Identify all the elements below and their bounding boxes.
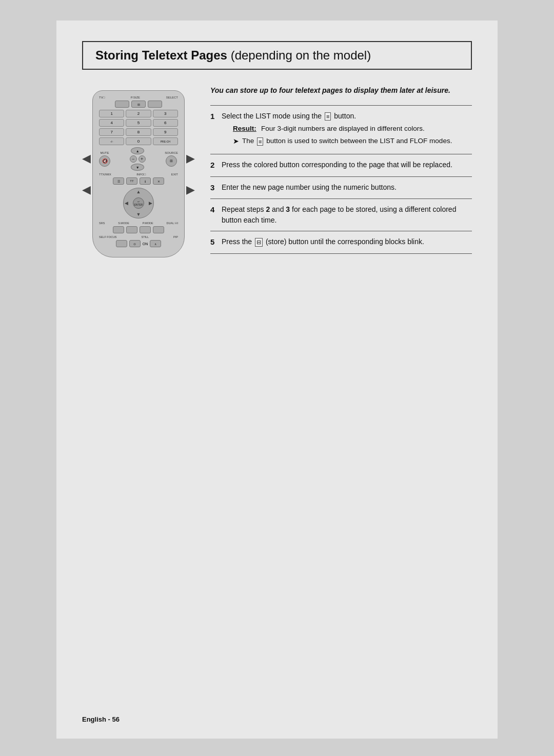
left-arrow-bottom: ◀	[82, 183, 91, 196]
vol-ch-controls: ▲ − + ▼	[130, 147, 146, 171]
left-arrows: ◀ ◀	[82, 152, 91, 196]
self-focus-btn[interactable]	[116, 240, 127, 247]
dpad-right-arrow[interactable]: ▶	[149, 201, 152, 206]
footer-text: English - 56	[82, 715, 120, 723]
step-5-content: Press the ⊟ (store) button until the cor…	[222, 236, 472, 247]
remote-wrapper: ◀ ◀ ▶ ▶ TV□ P.SIZE SELECT	[92, 90, 185, 257]
dpad-up-arrow[interactable]: ▲	[136, 189, 141, 194]
vol-down-btn[interactable]: −	[130, 155, 137, 163]
result-label: Result:	[233, 124, 261, 134]
middle-controls: MUTE 🔇 ▲ − + ▼	[99, 147, 178, 171]
sub-text: The ≡ button is used to switch between t…	[242, 136, 452, 146]
srs-btn[interactable]	[113, 226, 124, 233]
result-text: Four 3-digit numbers are displayed in di…	[261, 124, 472, 134]
left-panel: ◀ ◀ ▶ ▶ TV□ P.SIZE SELECT	[82, 85, 195, 263]
step-2-content: Press the colored button corresponding t…	[222, 160, 472, 170]
mute-btn[interactable]: 🔇	[99, 155, 110, 167]
dpad-left-arrow[interactable]: ◀	[125, 201, 128, 206]
remote-container: ◀ ◀ ▶ ▶ TV□ P.SIZE SELECT	[82, 85, 195, 263]
ch-up-btn[interactable]: ▲	[131, 147, 144, 154]
page-footer: English - 56	[82, 715, 120, 723]
page-title-box: Storing Teletext Pages (depending on the…	[82, 41, 472, 70]
s-mode-label: S.MODE	[118, 222, 129, 225]
function-btn-row: ☰ TT ℹ ✕	[99, 177, 178, 185]
remote-top-labels: TV□ P.SIZE SELECT	[99, 96, 178, 99]
step-2-num: 2	[210, 160, 222, 171]
select-btn[interactable]	[148, 101, 162, 108]
self-focus-label: SELF FOCUS	[99, 235, 117, 238]
step-4-num: 4	[210, 204, 222, 216]
list-icon: ≡	[325, 112, 331, 121]
p-size-btn[interactable]: ⊞	[131, 101, 146, 108]
divider-3	[210, 176, 472, 177]
nav-area: ▲ ▼ ◀ ▶ ↩ ENTER	[99, 188, 178, 218]
source-btn[interactable]: ⊞	[166, 155, 177, 167]
num-6[interactable]: 6	[153, 119, 178, 127]
sound-btn-row	[99, 226, 178, 233]
pip-btn-row: ⊙ ON ∧	[99, 240, 178, 247]
store-icon: ⊟	[255, 238, 263, 246]
source-label: SOURCE	[165, 151, 178, 154]
info-btn[interactable]: ℹ	[140, 177, 151, 185]
num-3[interactable]: 3	[153, 110, 178, 117]
step-3: 3 Enter the new page number using the nu…	[210, 182, 472, 194]
divider-1	[210, 105, 472, 106]
right-arrow-bottom: ▶	[186, 183, 195, 196]
num-7[interactable]: 7	[99, 128, 124, 136]
number-grid: 1 2 3 4 5 6 7 8 9 -/- 0 PRE-CH	[99, 110, 178, 145]
step-2-text: Press the colored button corresponding t…	[222, 161, 452, 169]
num-5[interactable]: 5	[126, 119, 151, 127]
num-9[interactable]: 9	[153, 128, 178, 136]
step-5-num: 5	[210, 236, 222, 248]
arrow-icon: ➤	[233, 136, 239, 147]
p-mode-btn[interactable]	[140, 226, 151, 233]
num-dash[interactable]: -/-	[99, 137, 124, 145]
dual-btn[interactable]	[153, 226, 164, 233]
info-label: INFO□	[136, 173, 146, 176]
pip-btn[interactable]: ∧	[150, 240, 161, 247]
sub-list-icon: ≡	[257, 137, 263, 146]
srs-label: SRS	[99, 222, 105, 225]
step-3-text: Enter the new page number using the nume…	[222, 183, 397, 191]
step-5: 5 Press the ⊟ (store) button until the c…	[210, 236, 472, 248]
s-mode-btn[interactable]	[126, 226, 137, 233]
step-1-num: 1	[210, 111, 222, 123]
num-4[interactable]: 4	[99, 119, 124, 127]
right-panel: You can store up to four teletext pages …	[210, 85, 472, 263]
step-4: 4 Repeat steps 2 and 3 for each page to …	[210, 204, 472, 226]
function-labels: TTX/MIX INFO□ EXIT	[99, 173, 178, 176]
dpad-down-arrow[interactable]: ▼	[136, 212, 141, 217]
step-5-text: Press the ⊟ (store) button until the cor…	[222, 237, 424, 246]
content-area: ◀ ◀ ▶ ▶ TV□ P.SIZE SELECT	[82, 85, 472, 263]
vol-up-btn[interactable]: +	[138, 155, 146, 163]
dual-label: DUAL I-II	[167, 222, 178, 225]
ch-down-btn[interactable]: ▼	[131, 164, 144, 171]
still-btn[interactable]: ⊙	[129, 240, 141, 247]
num-8[interactable]: 8	[126, 128, 151, 136]
dpad: ▲ ▼ ◀ ▶ ↩ ENTER	[123, 188, 154, 218]
result-row: Result: Four 3-digit numbers are display…	[233, 124, 472, 134]
on-label: ON	[143, 242, 148, 246]
num-1[interactable]: 1	[99, 110, 124, 117]
step-3-content: Enter the new page number using the nume…	[222, 182, 472, 193]
page-title: Storing Teletext Pages (depending on the…	[95, 48, 371, 62]
p-size-label: P.SIZE	[131, 96, 140, 99]
menu-btn[interactable]: ☰	[113, 177, 124, 185]
tv-label: TV□	[99, 96, 105, 99]
divider-2	[210, 154, 472, 154]
num-0[interactable]: 0	[126, 137, 151, 145]
num-2[interactable]: 2	[126, 110, 151, 117]
vol-row: − +	[130, 155, 146, 163]
ttx-btn[interactable]: TT	[126, 177, 137, 185]
divider-4	[210, 198, 472, 199]
left-arrow-top: ◀	[82, 152, 91, 165]
step-1: 1 Select the LIST mode using the ≡ butto…	[210, 111, 472, 149]
left-controls: MUTE 🔇	[99, 151, 110, 167]
tv-btn[interactable]	[115, 101, 129, 108]
divider-5	[210, 231, 472, 231]
page-container: Storing Teletext Pages (depending on the…	[56, 21, 498, 739]
pre-ch-btn[interactable]: PRE-CH	[153, 137, 178, 145]
still-label-text: STILL	[141, 235, 149, 238]
enter-btn[interactable]: ↩ ENTER	[133, 197, 144, 209]
exit-btn[interactable]: ✕	[153, 177, 164, 185]
